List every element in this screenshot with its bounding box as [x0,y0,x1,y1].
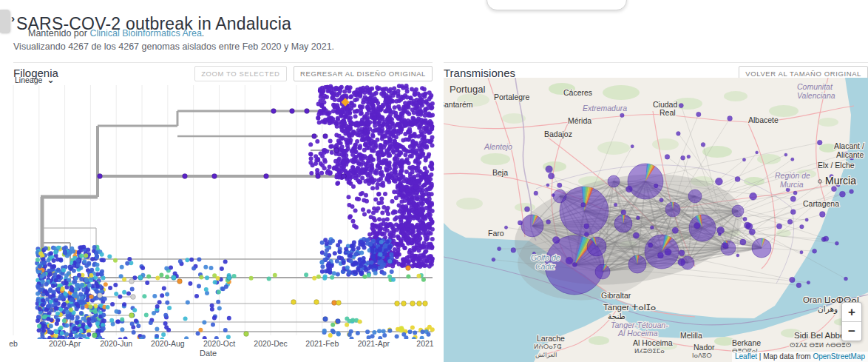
map-label: Golfo de [531,253,560,262]
tree-axis-tick: eb [0,339,39,348]
map-label: Alicante [836,150,864,159]
map-attribution: Leaflet | Map data from OpenStreetMap [732,352,868,362]
tree-axis-tick: 2021-Apr [347,339,399,348]
maintained-link[interactable]: Clinical Bioinformatics Area [89,28,201,38]
map-label: العرائش [535,351,557,358]
tree-axis-tick: 2020-Apr [39,339,91,348]
maintained-by: Mantenido por Clinical Bioinformatics Ar… [28,28,204,38]
top-floating-panel [486,0,627,10]
map-label: ⵙⵉⴷⵉ ⴱⴻⵍ ⵄⴱⴱⴻⵙ [790,341,852,349]
map-label: Alentejo [484,142,512,151]
reset-layout-button[interactable]: REGRESAR AL DISEÑO ORIGINAL [294,66,433,81]
map-label: Murcia [780,180,804,189]
map-label: ⵍⵃⵓⵙⵉⵎⴰ [634,347,665,355]
map-label: Portugal [450,84,486,95]
map-label: Cáceres [563,88,592,97]
tree-axis-tick: 2020-Dec [245,339,296,348]
map-label: Albacete [748,115,779,124]
map-label: Berkane [732,338,761,347]
map-label: Badajoz [544,130,572,138]
leaflet-link[interactable]: Leaflet [735,352,757,361]
sidebar-toggle[interactable] [0,10,10,33]
maintained-prefix: Mantenido por [28,28,89,38]
map-label: وهران [818,304,838,314]
map-label: Al Hoceima [633,338,673,347]
map-label: Gibraltar [601,291,631,300]
tree-axis-tick: 2020-Oct [194,339,245,348]
map-label: Al Hoceima [617,329,658,338]
tree-axis-tick: 2020-Aug [142,339,194,348]
attribution-text: | Map data from [757,352,813,361]
map-label: Extremadura [583,104,627,113]
map-label: ⵍⵄⵔⴰⵢⵛ [534,343,561,350]
tree-axis-label: Date [200,349,217,358]
map-label: Mérida [568,116,591,125]
map-label: Real [660,108,676,117]
tree-axis-tick: 2021-Feb [296,339,348,348]
map-label: Tanger ⵜⴰⵏⵊⴰ [603,303,656,312]
transmission-map[interactable]: PortugalSantarémPortalegreCáceresExtrema… [444,78,868,362]
tree-tips-layer[interactable] [35,84,435,339]
map-zoom-control: + − [841,302,862,341]
map-label: Murcia [825,175,856,187]
map-label: طنجة [608,312,625,321]
map-canvas[interactable]: PortugalSantarémPortalegreCáceresExtrema… [444,78,868,362]
map-label: Cádiz [535,262,556,271]
zoom-out-button[interactable]: − [842,322,861,341]
genome-count-text: Visualizando 4267 de los 4267 genomas ai… [13,41,334,52]
map-label: Cartagena [803,199,839,208]
map-label: Región de [775,171,810,180]
map-label: Santarém [444,100,473,109]
osm-link[interactable]: OpenStreetMap [813,352,865,361]
zoom-to-selected-button[interactable]: ZOOM TO SELECTED [194,66,286,81]
maintained-suffix: . [202,28,204,38]
tree-axis-tick: 2020-Jun [90,339,142,348]
map-label: Larache [537,334,565,343]
map-label: Melilla [680,331,702,340]
zoom-in-button[interactable]: + [842,303,861,322]
phylogeny-chart[interactable] [7,84,436,339]
map-label: ⵏⴰⴷⵓⵔ [692,352,712,359]
map-label: Portalegre [494,93,530,101]
map-label: Alacant / [834,141,864,150]
map-label: Elx / Elche [818,161,855,170]
chevron-right-icon[interactable]: › [11,12,15,24]
tree-panel-header: Filogenia ZOOM TO SELECTED REGRESAR AL D… [13,62,433,82]
map-label: Valenciana [797,91,835,100]
map-label: Beja [492,168,508,177]
auspice-app: › SARS-COV-2 outbreak in Andalucia Mante… [0,0,868,362]
tree-x-axis: eb2020-Apr2020-Jun2020-Aug2020-Oct2020-D… [7,339,436,349]
map-label: Faro [488,229,504,238]
map-label: Nador [694,343,715,352]
map-label: Comunitat [797,82,833,91]
